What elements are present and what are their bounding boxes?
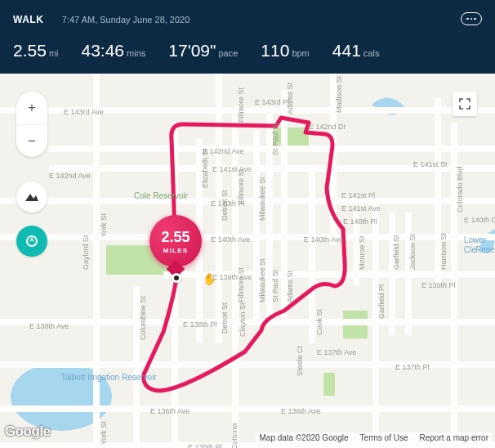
label-madison-st: Madison St xyxy=(335,76,343,113)
label-steele-ct: Steele Ct xyxy=(296,346,304,376)
label-e140th-ave: E 140th Ave xyxy=(211,235,250,244)
route-distance-marker: 2.55 MILES xyxy=(149,215,202,267)
zoom-out-button[interactable]: − xyxy=(16,124,47,157)
map-attribution: Map data ©2020 Google Terms of Use Repor… xyxy=(256,432,492,443)
route-start-dot xyxy=(172,273,181,283)
label-e139th-ave: E 139th Ave xyxy=(212,273,252,281)
label-garfield-st: Garfield St xyxy=(392,235,400,270)
label-reserv: Reserv xyxy=(475,245,495,255)
label-harrison-st: Harrison St xyxy=(439,233,448,270)
map-controls: + − xyxy=(16,92,47,257)
label-elizabeth-st: Elizabeth St xyxy=(201,149,209,188)
map-area[interactable]: Cole Reservoir Talbott Irrigation Reserv… xyxy=(0,74,495,448)
label-cook-st: Cook St xyxy=(315,309,323,335)
activity-timestamp: 7:47 AM, Sunday June 28, 2020 xyxy=(62,15,190,25)
zoom-control: + − xyxy=(16,92,47,157)
label-york-st: York St xyxy=(100,213,108,237)
marker-distance: 2.55 xyxy=(161,229,190,246)
label-st-paul-st-2: St Paul St xyxy=(271,270,279,302)
more-options-button[interactable] xyxy=(461,12,482,25)
terrain-icon xyxy=(25,192,39,202)
label-e140th-dr: E 140th Dr xyxy=(464,216,495,224)
calories-value: 441 xyxy=(332,41,361,60)
activity-type: WALK xyxy=(13,14,43,25)
stats-header: WALK 7:47 AM, Sunday June 28, 2020 2.55m… xyxy=(0,0,495,74)
pace-value: 17'09" xyxy=(168,41,216,60)
duration-unit: mins xyxy=(127,48,145,58)
marker-unit: MILES xyxy=(163,247,189,254)
label-garfield-pl: Garfield Pl xyxy=(377,284,386,319)
label-e137th-ave: E 137th Ave xyxy=(317,348,356,356)
label-milwaukee-st-2: Milwaukee St xyxy=(258,258,266,302)
label-gaylord-st: Gaylord St xyxy=(82,235,90,270)
label-st-paul-st: St Paul St xyxy=(271,123,279,155)
label-e142nd-ave-l: E 142nd Ave xyxy=(49,172,91,180)
label-e138th-pl: E 138th Pl xyxy=(183,320,217,329)
label-adams-st: Adams St xyxy=(286,83,294,114)
stats-row: 2.55mi 43:46mins 17'09"pace 110bpm 441ca… xyxy=(13,41,482,60)
label-e137th-pl: E 137th Pl xyxy=(395,363,430,371)
google-logo: Google xyxy=(5,423,51,440)
label-e143rd-ave: E 143rd Ave xyxy=(64,108,104,116)
label-e138th-ave: E 138th Ave xyxy=(29,322,69,330)
distance-value: 2.55 xyxy=(13,41,47,60)
label-columbine-st: Columbine St xyxy=(139,296,147,340)
terrain-toggle-button[interactable] xyxy=(16,181,47,213)
terms-link[interactable]: Terms of Use xyxy=(360,433,408,442)
label-e140th-ave-2: E 140th Ave xyxy=(304,235,343,244)
svg-rect-5 xyxy=(323,373,335,396)
cursor-icon: ✋ xyxy=(203,272,216,285)
label-e140th-pl-2: E 140th Pl xyxy=(343,217,377,226)
label-e142nd-dr: E 142nd Dr xyxy=(309,123,346,131)
label-e141st-st: E 141st St xyxy=(413,160,448,168)
label-e141st-ave: E 141st Ave xyxy=(212,165,252,173)
recenter-button[interactable] xyxy=(16,226,47,257)
map-copyright: Map data ©2020 Google xyxy=(259,433,348,442)
label-e141st-ave-2: E 141st Ave xyxy=(341,204,381,213)
label-milwaukee-st: Milwaukee St xyxy=(258,177,266,221)
label-clayton-st: Clayton St xyxy=(239,302,247,337)
label-e135th-pl: E 135th Pl xyxy=(188,443,222,448)
report-link[interactable]: Report a map error xyxy=(420,433,488,442)
heartrate-value: 110 xyxy=(261,41,289,60)
label-detroit-st-2: Detroit St xyxy=(221,302,229,334)
calories-unit: cals xyxy=(363,48,380,58)
label-york-st-2: York St xyxy=(100,421,108,445)
label-e139th-pl: E 139th Pl xyxy=(421,281,456,289)
distance-unit: mi xyxy=(49,48,59,58)
label-talbott: Talbott Irrigation Reservoir xyxy=(61,373,157,383)
label-e143rd-pl: E 143rd Pl xyxy=(255,98,289,106)
fullscreen-button[interactable] xyxy=(453,92,477,116)
label-detroit-st: Detroit St xyxy=(221,190,229,221)
map-svg xyxy=(0,74,495,448)
label-colorado-blvd: Colorado Blvd xyxy=(456,166,464,213)
zoom-in-button[interactable]: + xyxy=(16,92,47,124)
pace-unit: pace xyxy=(218,48,238,58)
label-cole-reservoir: Cole Reservoir xyxy=(134,191,188,200)
label-monroe-st: Monroe St xyxy=(358,235,366,270)
label-e136th-ave-2: E 136th Ave xyxy=(281,407,320,415)
label-e141st-pl: E 141st Pl xyxy=(341,191,375,199)
fullscreen-icon xyxy=(459,98,470,110)
label-fillmore-st-2: Fillmore St xyxy=(237,169,245,204)
label-adams-st-2: Adams St xyxy=(286,271,294,302)
label-cottonwood: Cottonw xyxy=(230,423,239,448)
label-fillmore-st: Fillmore St xyxy=(237,87,245,123)
label-jackson-st: Jackson St xyxy=(408,234,417,270)
duration-value: 43:46 xyxy=(81,41,124,60)
label-fillmore-st-3: Fillmore St xyxy=(237,267,245,302)
label-e136th-ave: E 136th Ave xyxy=(150,407,190,415)
recenter-icon xyxy=(25,235,38,248)
heartrate-unit: bpm xyxy=(292,48,309,58)
